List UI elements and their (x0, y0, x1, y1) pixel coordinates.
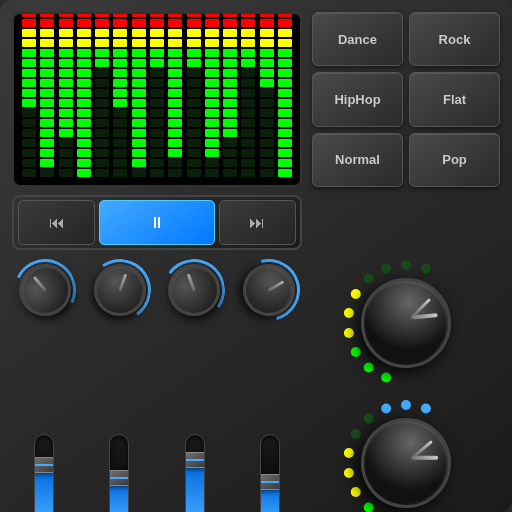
eq-segment (113, 129, 127, 137)
eq-segment (260, 139, 274, 147)
eq-segment (132, 169, 146, 177)
big-knob-container-1 (341, 398, 471, 512)
slider-thumb[interactable] (109, 470, 129, 486)
eq-segment (95, 19, 109, 27)
next-button[interactable]: ⏭ (219, 200, 296, 245)
eq-segment (278, 19, 292, 27)
eq-segment (77, 169, 91, 177)
knob-needle (409, 298, 431, 320)
eq-segment (205, 169, 219, 177)
eq-segment (278, 149, 292, 157)
eq-segment (150, 79, 164, 87)
eq-segment (113, 109, 127, 117)
knobs-sliders-panel (12, 258, 302, 512)
eq-knob-2[interactable] (161, 257, 228, 324)
preset-btn-flat[interactable]: Flat (409, 72, 500, 126)
slider-track-0[interactable] (34, 434, 54, 512)
big-knob-container-0 (341, 258, 471, 388)
eq-segment (223, 169, 237, 177)
eq-segment (278, 79, 292, 87)
eq-segment (132, 39, 146, 47)
slider-track-2[interactable] (185, 434, 205, 512)
eq-bar-group (40, 12, 54, 177)
eq-segment (150, 149, 164, 157)
eq-segment (260, 99, 274, 107)
preset-btn-pop[interactable]: Pop (409, 133, 500, 187)
dot-indicator (344, 328, 354, 338)
transport-controls: ⏮ ⏸ ⏭ (12, 195, 302, 250)
prev-button[interactable]: ⏮ (18, 200, 95, 245)
eq-segment (168, 99, 182, 107)
eq-segment (59, 19, 73, 27)
eq-segment (187, 89, 201, 97)
slider-thumb[interactable] (34, 457, 54, 473)
eq-segment (22, 39, 36, 47)
eq-segment (59, 139, 73, 147)
slider-thumb[interactable] (185, 452, 205, 468)
eq-knob-3[interactable] (233, 254, 304, 325)
eq-segment (223, 139, 237, 147)
eq-segment (59, 109, 73, 117)
eq-segment (187, 169, 201, 177)
eq-segment (40, 129, 54, 137)
eq-segment (223, 29, 237, 37)
eq-knob-0[interactable] (9, 253, 82, 326)
eq-segment (95, 169, 109, 177)
eq-segment (132, 119, 146, 127)
eq-segment (278, 59, 292, 67)
eq-segment (241, 12, 255, 17)
eq-segment (187, 79, 201, 87)
eq-segment (187, 129, 201, 137)
slider-thumb[interactable] (260, 474, 280, 490)
eq-segment (223, 89, 237, 97)
eq-segment (113, 19, 127, 27)
eq-segment (187, 12, 201, 17)
eq-segment (132, 139, 146, 147)
preset-btn-normal[interactable]: Normal (312, 133, 403, 187)
eq-segment (241, 169, 255, 177)
slider-track-3[interactable] (260, 434, 280, 512)
eq-segment (59, 159, 73, 167)
eq-knob-1[interactable] (86, 257, 153, 324)
eq-segment (278, 139, 292, 147)
dot-indicator (421, 263, 431, 273)
slider-fill (186, 461, 204, 512)
slider-track-1[interactable] (109, 434, 129, 512)
eq-segment (77, 29, 91, 37)
eq-segment (187, 59, 201, 67)
eq-segment (223, 129, 237, 137)
dot-indicator (381, 263, 391, 273)
eq-segment (205, 129, 219, 137)
eq-segment (168, 149, 182, 157)
eq-segment (22, 139, 36, 147)
dot-indicator (344, 468, 354, 478)
eq-segment (95, 149, 109, 157)
eq-segment (113, 159, 127, 167)
eq-bar-group (95, 12, 109, 177)
preset-btn-hiphop[interactable]: HipHop (312, 72, 403, 126)
eq-segment (278, 99, 292, 107)
eq-segment (205, 159, 219, 167)
eq-segment (22, 129, 36, 137)
eq-segment (95, 99, 109, 107)
eq-segment (40, 89, 54, 97)
dot-indicator (364, 274, 374, 284)
preset-btn-rock[interactable]: Rock (409, 12, 500, 66)
eq-bar-group (168, 12, 182, 177)
eq-segment (132, 129, 146, 137)
dot-indicator (381, 403, 391, 413)
eq-segment (223, 149, 237, 157)
preset-btn-dance[interactable]: Dance (312, 12, 403, 66)
eq-segment (168, 79, 182, 87)
eq-segment (150, 169, 164, 177)
eq-segment (223, 69, 237, 77)
eq-bar-group (77, 12, 91, 177)
eq-segment (22, 89, 36, 97)
eq-segment (150, 69, 164, 77)
eq-segment (205, 19, 219, 27)
eq-segment (168, 59, 182, 67)
eq-segment (59, 12, 73, 17)
eq-segment (241, 59, 255, 67)
eq-segment (260, 159, 274, 167)
play-pause-button[interactable]: ⏸ (99, 200, 214, 245)
